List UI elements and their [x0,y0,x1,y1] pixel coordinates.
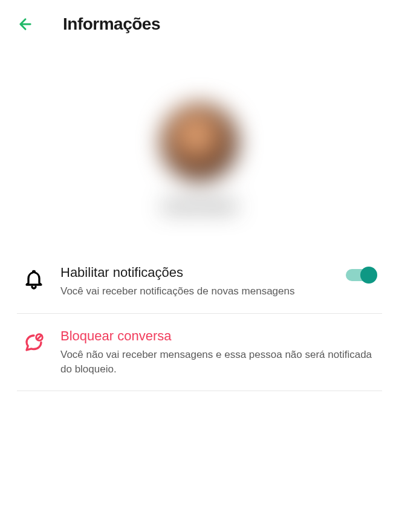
block-description: Você não vai receber mensagens e essa pe… [60,348,377,377]
profile-section: @username [0,48,399,250]
notifications-row: Habilitar notificações Você vai receber … [17,250,382,314]
avatar[interactable] [160,103,239,181]
header: Informações [0,0,399,48]
svg-line-1 [37,335,42,339]
username: @username [163,198,237,214]
page-title: Informações [63,15,160,34]
back-button[interactable] [17,16,34,33]
notifications-description: Você vai receber notificações de novas m… [60,284,331,299]
notifications-toggle[interactable] [346,266,377,284]
block-content: Bloquear conversa Você não vai receber m… [60,328,377,377]
block-title: Bloquear conversa [60,328,377,344]
notifications-title: Habilitar notificações [60,265,331,281]
notifications-content: Habilitar notificações Você vai receber … [60,265,331,299]
arrow-left-icon [17,16,34,33]
settings-list: Habilitar notificações Você vai receber … [0,250,399,391]
block-chat-icon [22,331,46,355]
block-row[interactable]: Bloquear conversa Você não vai receber m… [17,314,382,392]
bell-icon [22,267,46,291]
toggle-thumb [360,267,377,284]
